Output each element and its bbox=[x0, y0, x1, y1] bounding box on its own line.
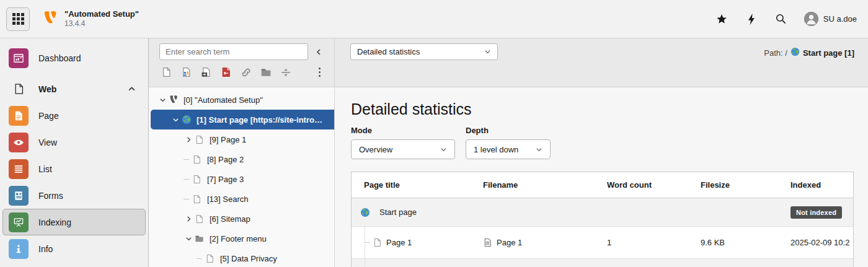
page-icon bbox=[192, 155, 202, 164]
tree-node-label: [9] Page 1 bbox=[210, 135, 246, 144]
page-icon bbox=[192, 195, 202, 204]
topbar: "Automated Setup" 13.4.4 bbox=[0, 0, 868, 38]
chevron-down-icon bbox=[440, 146, 447, 153]
module-item-page[interactable]: Page bbox=[2, 102, 146, 129]
depth-label: Depth bbox=[466, 126, 551, 135]
new-page-icon[interactable] bbox=[161, 66, 172, 78]
tree-node-label: [7] Page 3 bbox=[207, 175, 244, 184]
tree-node-search[interactable]: [13] Search bbox=[149, 189, 334, 209]
tree-node-root[interactable]: [0] "Automated Setup" bbox=[149, 90, 334, 110]
chevron-up-icon bbox=[128, 85, 136, 93]
module-label: Indexing bbox=[38, 217, 71, 227]
chevron-right-icon[interactable] bbox=[184, 216, 193, 222]
path-label: Path: / bbox=[764, 48, 787, 58]
chevron-down-icon bbox=[484, 48, 491, 55]
tree-connector-line bbox=[184, 159, 191, 160]
view-eye-icon bbox=[9, 133, 29, 152]
column-header: Page title bbox=[352, 180, 483, 190]
info-icon bbox=[9, 239, 29, 259]
web-document-icon bbox=[9, 79, 29, 99]
module-group-label: Web bbox=[38, 84, 56, 94]
tree-node-label: [5] Data Privacy bbox=[220, 254, 277, 263]
chevron-right-icon[interactable] bbox=[184, 136, 193, 143]
module-item-view[interactable]: View bbox=[2, 129, 146, 155]
module-menu-toggle-button[interactable] bbox=[6, 7, 30, 31]
new-spacer-icon[interactable] bbox=[280, 66, 291, 78]
depth-select[interactable]: 1 level down bbox=[466, 139, 551, 159]
module-item-indexing[interactable]: Indexing bbox=[2, 209, 146, 235]
tree-node-page-2[interactable]: [8] Page 2 bbox=[149, 149, 334, 169]
user-avatar bbox=[804, 12, 818, 26]
path-page: Start page [1] bbox=[803, 48, 854, 58]
mode-select[interactable]: Overview bbox=[351, 139, 455, 159]
page-icon bbox=[192, 175, 202, 184]
module-label: Dashboard bbox=[38, 53, 81, 63]
clear-cache-bolt-icon[interactable] bbox=[745, 12, 758, 26]
dashboard-icon bbox=[9, 48, 29, 68]
tree-node-label: [2] Footer menu bbox=[210, 234, 267, 243]
tree-actions-kebab-icon[interactable] bbox=[315, 66, 324, 79]
page-icon bbox=[194, 214, 205, 224]
module-group-web[interactable]: Web bbox=[2, 76, 146, 102]
module-item-forms[interactable]: Forms bbox=[2, 182, 146, 209]
breadcrumb: Path: / Start page [1] bbox=[764, 47, 854, 58]
tree-node-page-3[interactable]: [7] Page 3 bbox=[149, 169, 334, 189]
bookmarks-star-icon[interactable] bbox=[715, 12, 728, 26]
function-select-value: Detailed statistics bbox=[357, 47, 420, 56]
page-icon bbox=[205, 254, 215, 263]
user-menu[interactable]: SU a.doe bbox=[804, 12, 857, 26]
statistics-table: Page title Filename Word count Filesize … bbox=[351, 172, 854, 267]
grid-icon bbox=[12, 13, 24, 25]
cell-page-title: Start page bbox=[379, 208, 417, 217]
module-label: Info bbox=[38, 244, 53, 254]
depth-filter: Depth 1 level down bbox=[466, 126, 551, 159]
table-row: Page 1 Page 1 1 9.6 KB 2025-02-09 10:2 bbox=[352, 227, 853, 259]
chevron-down-icon[interactable] bbox=[184, 235, 193, 242]
chevron-down-icon[interactable] bbox=[170, 116, 180, 123]
module-item-info[interactable]: Info bbox=[2, 235, 146, 262]
tree-node-label: [13] Search bbox=[207, 195, 249, 204]
module-item-dashboard[interactable]: Dashboard bbox=[2, 45, 146, 71]
list-lines-icon bbox=[9, 159, 29, 179]
page-tree: [0] "Automated Setup" [1] Start page [ht… bbox=[149, 87, 334, 267]
chevron-down-icon[interactable] bbox=[157, 97, 167, 103]
globe-icon bbox=[181, 115, 192, 125]
globe-icon bbox=[790, 47, 800, 58]
new-link-icon[interactable] bbox=[240, 66, 252, 78]
new-folder-icon[interactable] bbox=[260, 66, 272, 78]
new-shortcut-page-icon[interactable] bbox=[200, 66, 212, 78]
column-header: Word count bbox=[607, 180, 701, 190]
docheader: Detailed statistics Path: / Start page [… bbox=[335, 38, 868, 87]
mode-label: Mode bbox=[351, 126, 455, 135]
module-content: Detailed statistics Mode Overview Depth bbox=[335, 87, 868, 267]
new-mountpoint-page-icon[interactable] bbox=[220, 66, 232, 78]
typo3-version: 13.4.4 bbox=[64, 19, 139, 28]
brand: "Automated Setup" 13.4.4 bbox=[42, 9, 139, 28]
typo3-logo-icon bbox=[42, 10, 58, 28]
module-item-list[interactable]: List bbox=[2, 155, 146, 182]
collapse-tree-chevron-left-icon[interactable] bbox=[311, 44, 327, 60]
tree-node-footer-menu[interactable]: [2] Footer menu bbox=[149, 229, 334, 248]
typo3-root-icon bbox=[168, 95, 179, 105]
page-icon bbox=[194, 135, 205, 144]
search-icon[interactable] bbox=[774, 12, 788, 26]
tree-connector-line bbox=[184, 179, 191, 180]
new-userpage-icon[interactable] bbox=[180, 66, 192, 78]
module-label: Page bbox=[38, 111, 59, 121]
column-header: Indexed bbox=[790, 180, 853, 190]
tree-node-start-page[interactable]: [1] Start page [https://site-intro… bbox=[151, 110, 334, 129]
globe-icon bbox=[360, 208, 370, 217]
tree-node-label: [8] Page 2 bbox=[207, 155, 244, 164]
not-indexed-badge: Not indexed bbox=[790, 206, 842, 219]
indexing-chart-icon bbox=[9, 212, 29, 232]
module-menu: Dashboard Web Page bbox=[0, 38, 149, 267]
cell-filename: Page 1 bbox=[497, 238, 522, 247]
tree-search-input[interactable] bbox=[159, 43, 308, 60]
tree-node-data-privacy[interactable]: [5] Data Privacy bbox=[149, 248, 334, 267]
depth-select-value: 1 level down bbox=[474, 145, 518, 154]
tree-node-sitemap[interactable]: [6] Sitemap bbox=[149, 209, 334, 229]
tree-connector-line bbox=[197, 258, 204, 259]
function-select[interactable]: Detailed statistics bbox=[350, 43, 498, 60]
mode-select-value: Overview bbox=[359, 145, 392, 154]
tree-node-page-1[interactable]: [9] Page 1 bbox=[149, 129, 334, 149]
